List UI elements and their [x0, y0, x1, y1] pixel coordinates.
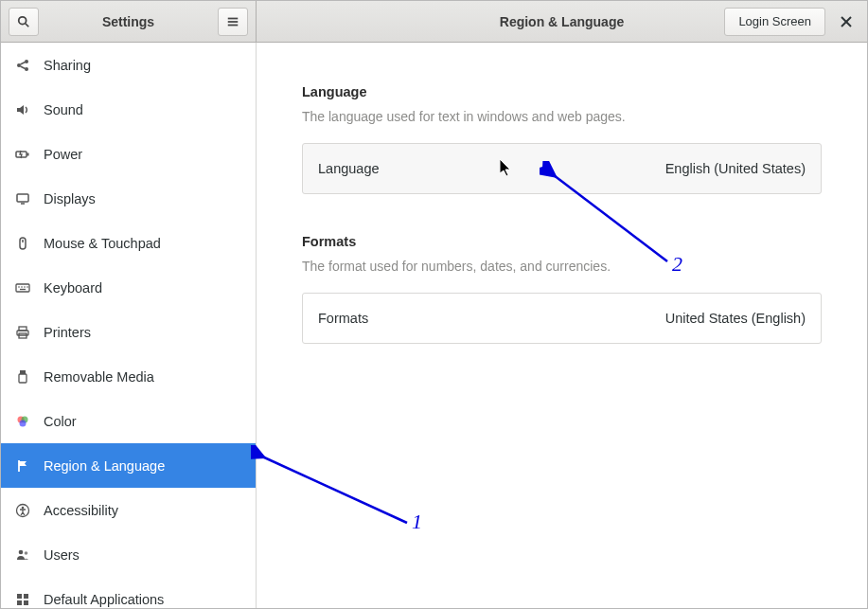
sidebar-item-sound[interactable]: Sound: [1, 87, 256, 132]
svg-line-10: [21, 62, 26, 64]
printer-icon: [14, 325, 31, 340]
sidebar-item-keyboard[interactable]: Keyboard: [1, 265, 256, 310]
svg-point-19: [18, 286, 20, 288]
hamburger-icon: [226, 15, 239, 28]
language-section: Language The language used for text in w…: [302, 84, 822, 194]
language-row-value: English (United States): [665, 161, 806, 176]
sidebar-item-mouse[interactable]: Mouse & Touchpad: [1, 221, 256, 265]
sidebar-item-label: Power: [44, 147, 82, 162]
volume-icon: [14, 102, 31, 117]
language-row-label: Language: [318, 161, 380, 176]
sidebar-item-label: Mouse & Touchpad: [44, 236, 161, 251]
svg-rect-18: [16, 284, 29, 292]
close-button[interactable]: [833, 9, 859, 35]
sidebar-item-default-apps[interactable]: Default Applications: [1, 577, 256, 608]
svg-point-20: [21, 286, 23, 288]
svg-point-22: [27, 286, 28, 288]
svg-rect-39: [17, 600, 22, 605]
search-button[interactable]: [9, 8, 39, 36]
keyboard-icon: [14, 280, 31, 296]
sidebar-item-users[interactable]: Users: [1, 532, 256, 577]
svg-rect-14: [17, 194, 28, 202]
svg-point-21: [24, 286, 26, 288]
svg-point-34: [22, 506, 25, 509]
login-screen-button-label: Login Screen: [738, 14, 811, 28]
sidebar-item-label: Color: [44, 414, 77, 429]
sidebar-item-label: Displays: [44, 191, 96, 206]
formats-section-title: Formats: [302, 234, 822, 249]
formats-row-label: Formats: [318, 311, 368, 326]
svg-point-35: [19, 549, 24, 554]
sidebar-item-removable[interactable]: Removable Media: [1, 354, 256, 399]
svg-point-9: [25, 67, 28, 71]
sidebar-item-label: Sharing: [44, 58, 91, 73]
headerbar: Settings Region & Language Login Screen: [1, 1, 867, 43]
svg-line-11: [21, 66, 26, 69]
battery-icon: [14, 147, 31, 162]
sidebar-item-label: Removable Media: [44, 369, 154, 385]
sidebar-item-label: Keyboard: [44, 280, 102, 296]
svg-rect-13: [27, 152, 29, 155]
sidebar-item-displays[interactable]: Displays: [1, 176, 256, 221]
users-icon: [14, 547, 31, 563]
sidebar-item-label: Sound: [44, 102, 83, 117]
svg-line-1: [26, 23, 29, 27]
svg-rect-28: [19, 374, 27, 383]
menu-button[interactable]: [218, 8, 248, 36]
headerbar-sidebar-section: Settings: [1, 1, 257, 42]
sidebar-item-label: Region & Language: [44, 458, 165, 474]
svg-point-36: [25, 551, 28, 555]
svg-rect-40: [24, 600, 28, 605]
share-icon: [14, 58, 31, 73]
sidebar-item-accessibility[interactable]: Accessibility: [1, 488, 256, 532]
formats-section: Formats The format used for numbers, dat…: [302, 234, 822, 344]
sidebar-item-region[interactable]: Region & Language: [1, 443, 256, 488]
svg-point-0: [19, 16, 27, 24]
sidebar-item-label: Accessibility: [44, 503, 118, 518]
formats-row-value: United States (English): [665, 311, 806, 326]
main-panel: Language The language used for text in w…: [257, 43, 867, 608]
formats-row[interactable]: Formats United States (English): [302, 293, 822, 344]
flag-icon: [14, 458, 31, 474]
formats-section-desc: The format used for numbers, dates, and …: [302, 259, 822, 274]
accessibility-icon: [14, 503, 31, 518]
search-icon: [17, 15, 30, 28]
sidebar-item-power[interactable]: Power: [1, 132, 256, 176]
sidebar-item-label: Printers: [44, 325, 91, 340]
sidebar-item-label: Default Applications: [44, 592, 164, 607]
content-area: SharingSoundPowerDisplaysMouse & Touchpa…: [1, 43, 867, 608]
display-icon: [14, 191, 31, 206]
mouse-icon: [14, 236, 31, 251]
close-icon: [841, 16, 852, 27]
login-screen-button[interactable]: Login Screen: [724, 8, 825, 36]
language-section-title: Language: [302, 84, 822, 99]
sidebar[interactable]: SharingSoundPowerDisplaysMouse & Touchpa…: [1, 43, 257, 608]
svg-rect-37: [17, 594, 22, 599]
sidebar-item-label: Users: [44, 547, 80, 563]
sidebar-item-sharing[interactable]: Sharing: [1, 43, 256, 87]
svg-rect-16: [20, 238, 26, 249]
headerbar-panel-section: Region & Language Login Screen: [257, 1, 867, 42]
language-row[interactable]: Language English (United States): [302, 143, 822, 194]
color-icon: [14, 414, 31, 429]
sidebar-item-color[interactable]: Color: [1, 399, 256, 443]
usb-icon: [14, 369, 31, 385]
svg-point-8: [25, 60, 28, 63]
language-section-desc: The language used for text in windows an…: [302, 109, 822, 124]
apps-icon: [14, 592, 31, 607]
svg-rect-38: [24, 594, 28, 599]
settings-window: Settings Region & Language Login Screen …: [0, 0, 868, 609]
svg-point-31: [20, 420, 27, 426]
sidebar-item-printers[interactable]: Printers: [1, 310, 256, 354]
